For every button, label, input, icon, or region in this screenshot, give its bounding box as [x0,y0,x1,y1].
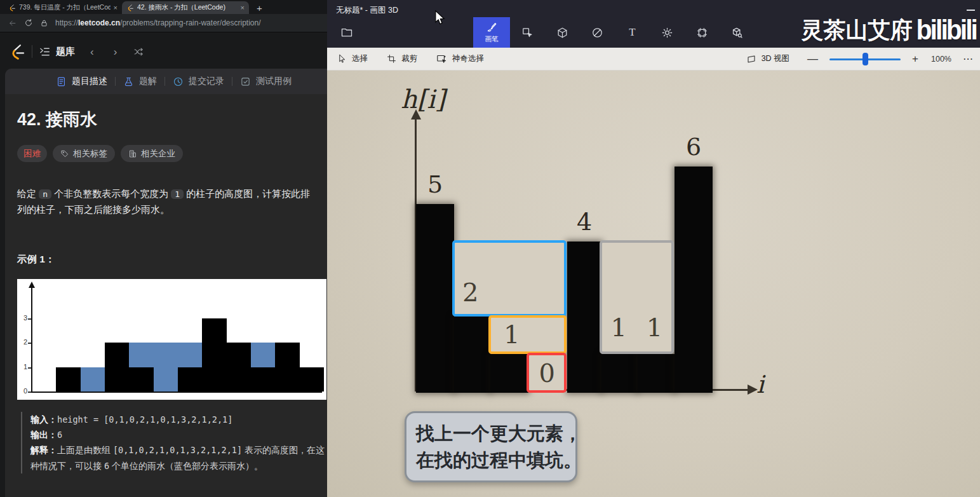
leetcode-problem-panel: 题目描述 题解 提交记录 测试用例 42. 接雨水 [5,69,327,497]
reload-icon[interactable] [24,18,33,27]
paint3d-toolbar: 画笔 T [473,17,755,48]
rect-value-label: 1 [647,315,662,340]
browser-window: 739. 每日温度 - 力扣（LeetCode × 42. 接雨水 - 力扣（L… [0,0,327,497]
chart-y-axis [31,287,32,392]
divider [115,77,116,86]
chart-x-axis [31,391,322,393]
leetcode-logo[interactable] [9,43,25,60]
chart-tick-label: 0 [18,387,27,395]
tool-3d-shapes[interactable] [545,17,580,48]
view-3d-button[interactable]: 3D 视图 [746,53,789,64]
chart-tick-mark [28,343,31,344]
tool-canvas[interactable] [685,17,720,48]
paint3d-ribbon: 选择 裁剪 神奇选择 3D 视图 — [327,48,980,71]
chart-bar [275,343,300,391]
tool-effects[interactable] [650,17,685,48]
chart-bar [202,318,227,392]
prev-problem-button[interactable]: ‹ [90,46,94,57]
select-tool[interactable]: 选择 [337,53,368,64]
diagram-bar [638,354,675,393]
close-tab-icon[interactable]: × [114,4,117,11]
caption-line: 在找的过程中填坑。 [416,447,566,473]
chart-tick-mark [28,391,31,393]
chart-y-axis-arrow [29,282,35,288]
diagram-bar-value-label: 6 [686,135,701,159]
leetcode-favicon [8,4,16,11]
diagram-bar-value-label: 4 [577,210,592,234]
paint3d-header: 无标题* - 画图 3D 画笔 T [327,0,980,48]
browser-tab-2[interactable]: 42. 接雨水 - 力扣（LeetCode) × [122,1,249,14]
chart-tick-label: 2 [18,338,27,346]
problem-list-icon[interactable] [39,46,51,58]
url-text[interactable]: https://leetcode.cn/problems/trapping-ra… [55,18,261,27]
tab-submissions[interactable]: 提交记录 [173,76,224,87]
chart-water [251,343,276,367]
diagram-bar [675,167,713,393]
y-axis-label: h[i] [401,85,445,114]
tab-description[interactable]: 题目描述 [56,76,107,87]
chart-bar [56,367,81,392]
zoom-slider[interactable] [829,53,901,65]
more-options-button[interactable]: ⋯ [963,53,974,65]
chart-bar [178,367,203,392]
code-chip: 1 [171,189,184,199]
rect-value-label: 2 [462,280,478,305]
tool-text[interactable]: T [615,17,650,48]
zoom-level: 100% [931,55,951,64]
diagram-bar [454,317,490,393]
difficulty-badge: 困难 [17,145,47,162]
crop-tool[interactable]: 裁剪 [387,53,417,64]
random-problem-icon[interactable] [133,46,144,57]
highlight-rect [488,315,567,354]
bilibili-logo: bilibili [916,14,976,46]
problem-description: 给定 n 个非负整数表示每个宽度为 1 的柱子的高度图，计算按此排列的柱子，下雨… [17,186,319,218]
back-icon[interactable] [8,18,17,28]
zoom-out-button[interactable]: — [807,53,818,64]
leetcode-favicon [126,4,134,11]
tab-solutions[interactable]: 题解 [123,76,157,87]
tool-stickers[interactable] [580,17,615,48]
problem-list-label[interactable]: 题库 [56,46,75,58]
tool-3d-library[interactable] [720,17,755,48]
related-companies-button[interactable]: 相关企业 [121,145,183,162]
zoom-in-button[interactable]: + [912,53,918,64]
related-tags-button[interactable]: 相关标签 [53,145,115,162]
leetcode-top-nav: 题库 ‹ › [0,35,327,68]
video-watermark: 灵茶山艾府 bilibili [802,15,976,45]
menu-folder-icon[interactable] [340,26,353,39]
paint3d-window: 无标题* - 画图 3D 画笔 T [327,0,980,497]
diagram-bar [601,354,638,393]
problem-badges: 困难 相关标签 相关企业 [17,145,183,162]
close-tab-icon[interactable]: × [241,4,245,11]
new-tab-button[interactable]: + [257,3,262,13]
browser-tab-1[interactable]: 739. 每日温度 - 力扣（LeetCode × [4,1,122,14]
chart-tick-label: 3 [18,314,27,322]
caption-bubble: 找上一个更大元素， 在找的过程中填坑。 [405,411,577,482]
chart-bar [299,367,324,392]
tab-testcases[interactable]: 测试用例 [240,76,292,87]
screen: 739. 每日温度 - 力扣（LeetCode × 42. 接雨水 - 力扣（L… [0,0,980,497]
magic-select-tool[interactable]: 神奇选择 [436,53,484,64]
rect-value-label: 0 [539,360,555,386]
example-heading: 示例 1： [17,253,55,266]
tool-brushes-label: 画笔 [485,35,499,44]
diagram-bar-value-label: 5 [427,172,443,196]
rect-value-label: 1 [504,322,520,347]
chart-water [178,343,203,367]
diagram-bar [416,204,454,393]
lock-icon[interactable] [40,19,48,27]
paint-canvas[interactable]: h[i] i 54621011 找上一个更大元素， 在找的过程中填坑。 [327,71,980,497]
zoom-slider-thumb[interactable] [863,53,868,65]
browser-tab-bar: 739. 每日温度 - 力扣（LeetCode × 42. 接雨水 - 力扣（L… [0,0,327,14]
chart-bar [105,343,130,391]
tool-brushes[interactable]: 画笔 [473,17,510,48]
next-problem-button[interactable]: › [114,46,117,57]
divider [32,45,32,58]
window-title: 无标题* - 画图 3D [336,5,398,16]
tool-2d-shapes[interactable] [510,17,545,48]
watermark-text: 灵茶山艾府 [802,15,913,45]
rect-value-label: 1 [611,315,627,340]
minimize-button[interactable] [967,10,975,11]
example-histogram-image: 0123 [17,279,326,400]
chart-tick-label: 1 [18,363,27,371]
